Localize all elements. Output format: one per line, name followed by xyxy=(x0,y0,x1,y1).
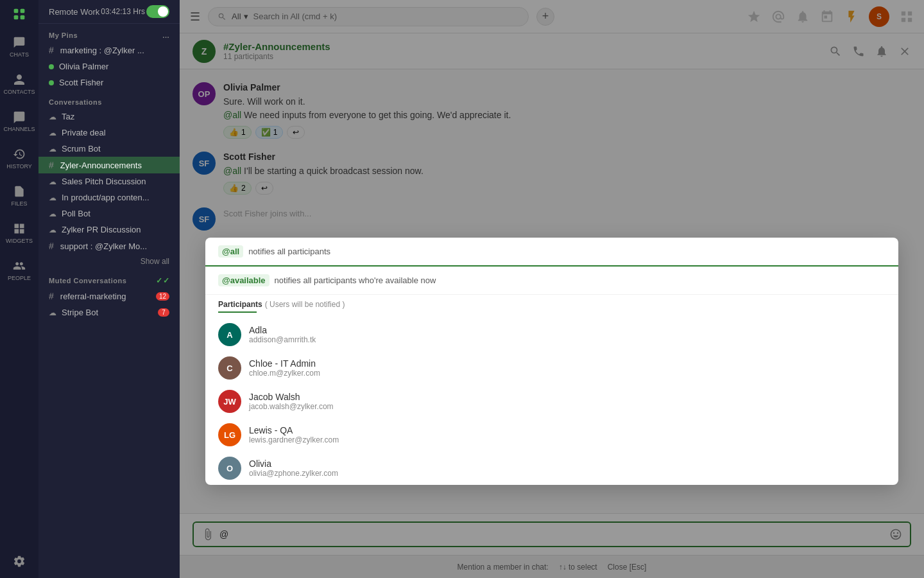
participants-label: Participants ( Users will be notified ) xyxy=(218,300,886,309)
participants-underline xyxy=(218,311,257,313)
conv-zyler-ann[interactable]: # Zyler-Announcements xyxy=(38,157,180,173)
sidebar-item-widgets-label: WIDGETS xyxy=(6,238,33,244)
conv-scrum[interactable]: ☁ Scrum Bot xyxy=(38,141,180,157)
mention-available-option[interactable]: @available notifies all participants who… xyxy=(205,267,898,295)
conv-private[interactable]: ☁ Private deal xyxy=(38,125,180,141)
muted-referral[interactable]: # referral-marketing 12 xyxy=(38,288,180,304)
pin-marketing[interactable]: # marketing : @Zylker ... xyxy=(38,42,180,58)
lewis-email: lewis.gardner@zylker.com xyxy=(249,435,339,444)
lewis-avatar: LG xyxy=(218,423,241,446)
lewis-name: Lewis - QA xyxy=(249,425,339,435)
adla-info: Adla addison@amrrith.tk xyxy=(249,325,316,344)
sidebar-nav: CHATS CONTACTS CHANNELS HISTORY FILES WI… xyxy=(0,0,38,578)
settings-icon[interactable] xyxy=(13,555,26,570)
jacob-name: Jacob Walsh xyxy=(249,392,334,402)
app-logo[interactable] xyxy=(13,8,26,21)
sidebar-item-chats[interactable]: CHATS xyxy=(10,36,29,58)
online-dot xyxy=(49,64,54,69)
muted-section-title: Muted Conversations ✓✓ xyxy=(38,268,180,288)
adla-avatar: A xyxy=(218,323,241,346)
lewis-info: Lewis - QA lewis.gardner@zylker.com xyxy=(249,425,339,444)
adla-email: addison@amrrith.tk xyxy=(249,335,316,344)
sidebar-item-history-label: HISTORY xyxy=(6,163,32,170)
pin-scott[interactable]: Scott Fisher xyxy=(38,74,180,91)
jacob-email: jacob.walsh@zylker.com xyxy=(249,402,334,411)
hash-icon: # xyxy=(49,241,54,251)
muted-check-icon: ✓✓ xyxy=(156,276,169,285)
sidebar-item-files-label: FILES xyxy=(11,200,27,207)
bot-icon: ☁ xyxy=(49,225,56,234)
bot-icon: ☁ xyxy=(49,308,56,317)
participants-section: Participants ( Users will be notified ) … xyxy=(205,295,898,485)
svg-rect-3 xyxy=(21,15,25,20)
sidebar-list: Remote Work 03:42:13 Hrs My Pins ... # m… xyxy=(38,0,180,578)
online-dot xyxy=(49,80,54,85)
sidebar-item-channels-label: CHANNELS xyxy=(3,126,35,132)
chloe-avatar: C xyxy=(218,356,241,380)
main-content: ☰ All ▾ + S Z # xyxy=(180,0,924,578)
hash-icon: # xyxy=(49,291,54,301)
sidebar-item-history[interactable]: HISTORY xyxy=(6,148,32,170)
pin-olivia[interactable]: Olivia Palmer xyxy=(38,58,180,74)
conv-inproduct[interactable]: ☁ In product/app conten... xyxy=(38,189,180,206)
sidebar-item-people-label: PEOPLE xyxy=(8,275,31,281)
bot-icon: ☁ xyxy=(49,209,56,218)
olivia-p-avatar: O xyxy=(218,457,241,480)
chloe-info: Chloe - IT Admin chloe.m@zylker.com xyxy=(249,358,320,378)
svg-rect-0 xyxy=(14,9,19,13)
mention-all-option[interactable]: @all notifies all participants xyxy=(205,238,898,267)
sidebar-item-widgets[interactable]: WIDGETS xyxy=(6,222,33,244)
svg-rect-1 xyxy=(21,9,25,13)
olivia-p-info: Olivia olivia@zphone.zylker.com xyxy=(249,459,338,478)
participant-chloe[interactable]: C Chloe - IT Admin chloe.m@zylker.com xyxy=(218,351,886,385)
bot-icon: ☁ xyxy=(49,193,56,202)
bot-icon: ☁ xyxy=(49,112,56,121)
hash-icon: # xyxy=(49,160,54,170)
jacob-avatar: JW xyxy=(218,390,241,413)
conv-taz[interactable]: ☁ Taz xyxy=(38,109,180,125)
show-all-link[interactable]: Show all xyxy=(38,254,180,268)
hash-icon: # xyxy=(49,45,54,55)
remote-work-toggle[interactable] xyxy=(146,5,169,18)
conv-pollbot[interactable]: ☁ Poll Bot xyxy=(38,206,180,222)
available-desc: notifies all participants who're availab… xyxy=(275,276,436,285)
mention-dropdown: @all notifies all participants @availabl… xyxy=(205,238,898,485)
timer: 03:42:13 Hrs xyxy=(101,7,145,16)
unread-badge: 7 xyxy=(158,308,169,317)
olivia-p-name: Olivia xyxy=(249,459,338,469)
conv-support[interactable]: # support : @Zylker Mo... xyxy=(38,238,180,254)
svg-rect-2 xyxy=(14,15,19,20)
participant-olivia[interactable]: O Olivia olivia@zphone.zylker.com xyxy=(218,451,886,485)
sidebar-item-people[interactable]: PEOPLE xyxy=(8,259,31,281)
pins-section-title: My Pins ... xyxy=(38,24,180,42)
olivia-p-email: olivia@zphone.zylker.com xyxy=(249,469,338,478)
bot-icon: ☁ xyxy=(49,144,56,153)
sidebar-item-chats-label: CHATS xyxy=(10,51,29,58)
sidebar-item-contacts-label: CONTACTS xyxy=(4,89,35,95)
bot-icon: ☁ xyxy=(49,128,56,137)
chloe-name: Chloe - IT Admin xyxy=(249,358,320,369)
modal-overlay: @all notifies all participants @availabl… xyxy=(180,0,924,578)
adla-name: Adla xyxy=(249,325,316,335)
participant-adla[interactable]: A Adla addison@amrrith.tk xyxy=(218,318,886,351)
remote-work-title: Remote Work xyxy=(49,7,99,17)
chloe-email: chloe.m@zylker.com xyxy=(249,369,320,378)
unread-badge: 12 xyxy=(156,292,169,301)
conv-sales[interactable]: ☁ Sales Pitch Discussion xyxy=(38,173,180,189)
remote-work-bar: Remote Work 03:42:13 Hrs xyxy=(38,0,180,24)
jacob-info: Jacob Walsh jacob.walsh@zylker.com xyxy=(249,392,334,411)
sidebar-item-contacts[interactable]: CONTACTS xyxy=(4,73,35,95)
conv-zylker-pr[interactable]: ☁ Zylker PR Discussion xyxy=(38,222,180,238)
available-tag: @available xyxy=(218,274,270,286)
sidebar-item-files[interactable]: FILES xyxy=(11,185,27,207)
participant-lewis[interactable]: LG Lewis - QA lewis.gardner@zylker.com xyxy=(218,418,886,451)
sidebar-item-channels[interactable]: CHANNELS xyxy=(3,110,35,132)
all-tag: @all xyxy=(218,245,243,258)
muted-stripe[interactable]: ☁ Stripe Bot 7 xyxy=(38,304,180,320)
bot-icon: ☁ xyxy=(49,177,56,186)
participant-jacob[interactable]: JW Jacob Walsh jacob.walsh@zylker.com xyxy=(218,385,886,418)
all-desc: notifies all participants xyxy=(248,247,330,256)
conversations-section-title: Conversations xyxy=(38,91,180,109)
